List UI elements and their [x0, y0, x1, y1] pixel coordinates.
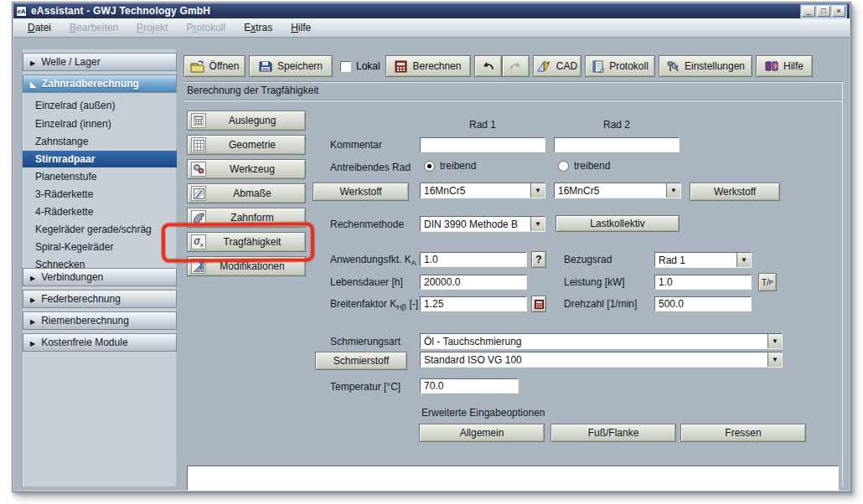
- protocol-button[interactable]: Protokoll: [585, 55, 655, 77]
- module-button-zahnform[interactable]: Zahnform: [187, 208, 306, 228]
- open-folder-icon: [190, 60, 204, 73]
- face-load-factor-input[interactable]: [420, 296, 527, 311]
- triangle-expanded-icon: [30, 78, 36, 90]
- application-factor-help-button[interactable]: ?: [531, 251, 546, 268]
- settings-button[interactable]: Einstellungen: [659, 55, 752, 77]
- driving-radio-rad2[interactable]: treibend: [558, 160, 610, 172]
- load-spectrum-button[interactable]: Lastkollektiv: [556, 215, 680, 232]
- toolbar: Öffnen Speichern Lokal Berechnen: [183, 49, 843, 81]
- speed-input[interactable]: [654, 296, 752, 311]
- maximize-button[interactable]: □: [817, 6, 830, 17]
- advanced-button-fuss-flanke[interactable]: Fuß/Flanke: [550, 424, 676, 442]
- geometrie-grid-icon: [191, 137, 206, 152]
- torque-power-toggle-button[interactable]: T/P: [758, 273, 777, 291]
- module-button-tragfaehigkeit[interactable]: σx Tragfähigkeit: [187, 232, 306, 252]
- sidebar-item-4-raederkette[interactable]: 4-Räderkette: [23, 203, 177, 220]
- chevron-right-icon: [30, 56, 35, 68]
- power-input[interactable]: [654, 275, 752, 290]
- sidebar-section-federberechnung[interactable]: Federberechnung: [23, 290, 177, 308]
- lubricant-combo[interactable]: Standard ISO VG 100: [420, 352, 783, 368]
- chevron-down-icon[interactable]: [736, 253, 751, 267]
- temperature-input[interactable]: [420, 378, 519, 393]
- chevron-down-icon[interactable]: [530, 217, 545, 231]
- menu-extras[interactable]: Extras: [236, 20, 280, 35]
- chevron-down-icon[interactable]: [767, 352, 782, 367]
- cad-button[interactable]: CAD: [533, 55, 581, 77]
- main-area: Öffnen Speichern Lokal Berechnen: [183, 49, 843, 486]
- redo-arrow-icon: [509, 61, 523, 72]
- save-floppy-icon: [259, 60, 272, 73]
- redo-button[interactable]: [502, 55, 530, 77]
- module-button-geometrie[interactable]: Geometrie: [187, 135, 306, 155]
- face-load-factor-label: Breitenfaktor KHβ [-]: [330, 298, 418, 314]
- chevron-down-icon[interactable]: [767, 334, 782, 348]
- lubricant-button[interactable]: Schmierstoff: [315, 352, 407, 370]
- sidebar-section-zahnradberechnung[interactable]: Zahnradberechnung: [23, 75, 177, 93]
- material-button-rad1[interactable]: Werkstoff: [313, 183, 409, 201]
- module-button-auslegung[interactable]: Auslegung: [187, 111, 306, 131]
- radio-selected-icon[interactable]: [424, 161, 435, 172]
- open-button[interactable]: Öffnen: [183, 55, 245, 77]
- sidebar-item-zahnstange[interactable]: Zahnstange: [23, 133, 177, 150]
- material-combo-rad2[interactable]: 16MnCr5: [554, 183, 681, 198]
- method-combo[interactable]: DIN 3990 Methode B: [420, 216, 545, 232]
- save-button[interactable]: Speichern: [249, 55, 333, 77]
- advanced-button-fressen[interactable]: Fressen: [680, 424, 806, 442]
- radio-unselected-icon[interactable]: [558, 161, 569, 172]
- content-panel: Berechnung der Tragfähigkeit Auslegung G…: [183, 81, 843, 486]
- menu-hilfe[interactable]: Hilfe: [283, 20, 318, 35]
- sidebar-item-einzelrad-aussen[interactable]: Einzelrad (außen): [23, 97, 177, 114]
- menu-projekt: Projekt: [129, 20, 175, 35]
- advanced-options-label: Erweiterte Eingabeoptionen: [421, 407, 545, 419]
- undo-button[interactable]: [474, 55, 502, 77]
- app-icon: eA: [16, 6, 27, 17]
- life-label: Lebensdauer [h]: [330, 276, 403, 289]
- sidebar-item-planetenstufe[interactable]: Planetenstufe: [23, 168, 177, 185]
- lubrication-type-combo[interactable]: Öl - Tauchschmierung: [420, 333, 783, 349]
- col-header-rad1: Rad 1: [420, 119, 545, 131]
- menu-bearbeiten: Bearbeiten: [62, 20, 126, 35]
- sidebar-item-3-raederkette[interactable]: 3-Räderkette: [23, 186, 177, 203]
- calculate-button[interactable]: Berechnen: [385, 55, 471, 77]
- module-button-modifikationen[interactable]: Modifikationen: [187, 256, 306, 276]
- reference-gear-combo[interactable]: Rad 1: [654, 252, 752, 268]
- comment-input-rad2[interactable]: [554, 137, 680, 152]
- sidebar-section-kostenfreie-module[interactable]: Kostenfreie Module: [23, 333, 177, 352]
- section-title: Berechnung der Tragfähigkeit: [187, 85, 318, 96]
- application-factor-input[interactable]: [420, 252, 527, 267]
- chevron-right-icon: [30, 315, 35, 327]
- help-button[interactable]: ? Hilfe: [756, 55, 813, 77]
- zahnform-gear-icon: [191, 210, 206, 225]
- comment-input-rad1[interactable]: [420, 137, 545, 152]
- menu-datei[interactable]: Datei: [20, 20, 59, 35]
- material-combo-rad1[interactable]: 16MnCr5: [420, 183, 545, 198]
- speed-label: Drehzahl [1/min]: [564, 298, 637, 311]
- calculator-icon: [535, 300, 544, 309]
- lubrication-type-label: Schmierungsart: [330, 336, 400, 348]
- local-checkbox-group: Lokal: [340, 55, 380, 77]
- help-book-icon: ?: [765, 60, 778, 72]
- sidebar-item-spiral-kegelraeder[interactable]: Spiral-Kegelräder: [23, 239, 177, 255]
- auslegung-calculator-icon: [191, 113, 206, 128]
- sidebar-item-kegelraeder[interactable]: Kegelräder gerade/schräg: [23, 221, 177, 238]
- sidebar-item-stirnradpaar[interactable]: Stirnradpaar: [23, 151, 177, 167]
- material-button-rad2[interactable]: Werkstoff: [690, 183, 780, 201]
- local-checkbox[interactable]: [340, 61, 351, 72]
- chevron-down-icon[interactable]: [530, 183, 545, 198]
- close-button[interactable]: ×: [832, 6, 845, 17]
- life-input[interactable]: [420, 275, 527, 290]
- module-button-werkzeug[interactable]: Werkzeug: [187, 159, 306, 179]
- temperature-label: Temperatur [°C]: [330, 381, 400, 393]
- chevron-right-icon: [30, 271, 35, 283]
- sidebar-section-welle-lager[interactable]: Welle / Lager: [23, 53, 177, 71]
- advanced-button-allgemein[interactable]: Allgemein: [419, 424, 545, 442]
- face-load-factor-calc-button[interactable]: [531, 296, 546, 312]
- results-panel: [187, 465, 839, 491]
- minimize-button[interactable]: _: [802, 6, 815, 17]
- module-button-abmasse[interactable]: Abmaße: [187, 183, 306, 203]
- sidebar-section-riemenberechnung[interactable]: Riemenberechnung: [23, 311, 177, 330]
- chevron-down-icon[interactable]: [666, 183, 680, 198]
- sidebar-item-einzelrad-innen[interactable]: Einzelrad (innen): [23, 116, 177, 132]
- driving-radio-rad1[interactable]: treibend: [424, 160, 476, 172]
- sidebar-section-verbindungen[interactable]: Verbindungen: [23, 268, 177, 286]
